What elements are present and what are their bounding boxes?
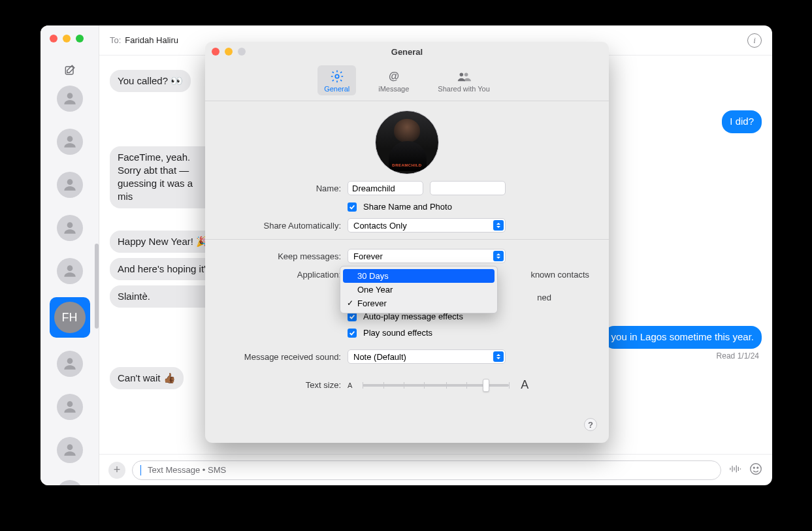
outgoing-message: you in Lagos sometime this year. (604, 326, 762, 348)
svg-point-4 (67, 222, 73, 228)
svg-point-6 (67, 358, 73, 364)
profile-photo[interactable]: DREAMCHILD (375, 110, 439, 174)
sidebar-scrollbar[interactable] (95, 244, 99, 329)
conversation-item[interactable] (57, 215, 83, 241)
share-auto-label: Share Automatically: (223, 221, 341, 231)
conversation-item-selected[interactable]: FH (50, 297, 90, 338)
svg-point-3 (67, 179, 73, 185)
tab-imessage-label: iMessage (378, 85, 409, 93)
share-auto-dropdown[interactable]: Contacts Only (348, 218, 506, 233)
conversation-item[interactable] (57, 351, 83, 377)
settings-tabs: General @ iMessage Shared with You (205, 61, 609, 101)
avatar-initials: FH (62, 311, 78, 325)
sound-effects-checkbox[interactable] (348, 329, 357, 338)
share-name-photo-checkbox[interactable] (348, 202, 357, 212)
message-input-bar: + Text Message • SMS (99, 454, 772, 485)
incoming-message: FaceTime, yeah. Sorry abt that — guessin… (110, 146, 214, 208)
share-name-photo-label: Share Name and Photo (363, 202, 452, 212)
settings-window: General General @ iMessage Shared with Y… (205, 42, 609, 443)
name-label: Name: (223, 184, 341, 193)
text-size-large-icon: A (521, 378, 528, 392)
tab-shared-with-you[interactable]: Shared with You (431, 65, 496, 95)
message-input-placeholder: Text Message • SMS (148, 465, 226, 475)
sound-label: Message received sound: (223, 352, 341, 362)
tab-general-label: General (324, 85, 349, 93)
svg-point-2 (67, 136, 73, 142)
svg-point-12 (757, 467, 758, 468)
keep-option-forever[interactable]: ✓Forever (343, 297, 495, 310)
keep-messages-value: Forever (353, 251, 383, 261)
read-receipt: Read 1/1/24 (717, 351, 762, 361)
conversation-item[interactable] (57, 172, 83, 198)
svg-point-15 (460, 73, 464, 77)
close-window-button[interactable] (50, 35, 57, 42)
conversation-item[interactable] (57, 86, 83, 112)
profile-photo-tag: DREAMCHILD (392, 163, 421, 167)
svg-point-13 (335, 74, 339, 78)
text-size-small-icon: A (348, 381, 352, 389)
svg-point-7 (67, 401, 73, 407)
emoji-picker-icon[interactable] (749, 462, 763, 479)
application-text-truncated-2: ned (537, 293, 551, 302)
voice-message-icon[interactable] (728, 462, 742, 479)
keep-messages-popup: 30 Days One Year ✓Forever (340, 266, 498, 314)
text-size-slider[interactable] (363, 379, 509, 392)
application-label: Application: (223, 270, 341, 280)
to-label: To: (110, 35, 121, 45)
conversation-item[interactable] (57, 437, 83, 463)
conversation-item[interactable] (57, 258, 83, 284)
outgoing-message: I did? (722, 110, 762, 133)
svg-point-8 (67, 444, 73, 450)
info-icon[interactable]: i (747, 33, 762, 48)
chevron-updown-icon (493, 251, 504, 261)
svg-point-1 (67, 93, 73, 99)
incoming-message: You called? 👀 (110, 70, 191, 92)
chevron-updown-icon (493, 351, 504, 362)
svg-text:@: @ (389, 70, 399, 82)
divider (205, 239, 609, 240)
conversation-item[interactable] (57, 129, 83, 155)
svg-point-10 (751, 463, 762, 474)
svg-point-16 (464, 73, 468, 77)
application-text-truncated: known contacts (530, 270, 589, 280)
recipient-name[interactable]: Faridah Haliru (125, 35, 178, 45)
message-sound-value: Note (Default) (353, 352, 406, 362)
message-sound-dropdown[interactable]: Note (Default) (348, 349, 506, 364)
conversation-item[interactable] (57, 480, 83, 485)
help-button[interactable]: ? (584, 418, 597, 431)
keep-messages-label: Keep messages: (223, 251, 341, 261)
conversation-item[interactable] (57, 394, 83, 420)
first-name-input[interactable] (348, 181, 423, 195)
add-attachment-button[interactable]: + (108, 462, 125, 479)
svg-point-11 (753, 467, 755, 468)
svg-point-5 (67, 265, 73, 271)
incoming-message: Can't wait 👍🏾 (110, 367, 184, 389)
zoom-window-button[interactable] (76, 35, 84, 42)
slider-thumb[interactable] (483, 379, 489, 392)
checkmark-icon: ✓ (347, 298, 353, 308)
keep-messages-dropdown[interactable]: Forever (348, 249, 506, 263)
keep-option-one-year[interactable]: One Year (343, 283, 495, 297)
tab-shared-label: Shared with You (438, 85, 490, 93)
settings-title: General (205, 47, 609, 57)
message-input[interactable]: Text Message • SMS (132, 460, 721, 480)
minimize-window-button[interactable] (63, 35, 71, 42)
chevron-updown-icon (493, 220, 504, 231)
keep-option-30-days[interactable]: 30 Days (343, 269, 495, 283)
window-controls (50, 35, 84, 42)
last-name-input[interactable] (430, 181, 506, 195)
profile-section: DREAMCHILD (205, 101, 609, 181)
text-size-label: Text size: (223, 380, 341, 390)
sound-effects-label: Play sound effects (363, 328, 432, 338)
share-auto-value: Contacts Only (353, 221, 407, 231)
tab-general[interactable]: General (317, 65, 356, 95)
conversation-sidebar: FH (41, 25, 99, 485)
compose-button[interactable] (62, 63, 78, 76)
conversation-list: FH (50, 86, 90, 485)
tab-imessage[interactable]: @ iMessage (372, 65, 415, 95)
